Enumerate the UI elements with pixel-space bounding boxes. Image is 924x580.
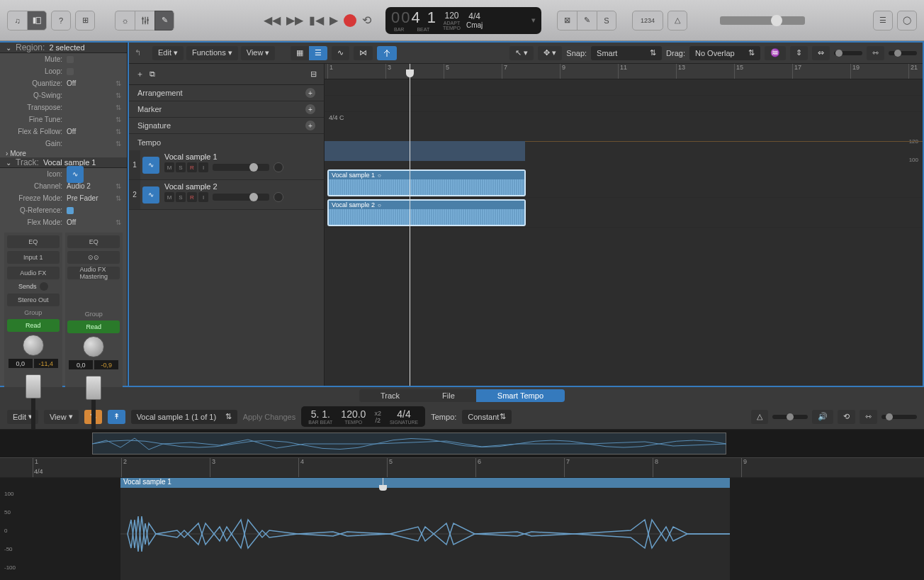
checkbox[interactable] bbox=[67, 56, 74, 63]
global-arrangement[interactable]: Arrangement+ bbox=[129, 85, 324, 101]
toolbar-button[interactable]: ⊞ bbox=[75, 11, 95, 30]
mixer-controls-button[interactable] bbox=[135, 11, 154, 30]
track-row-1[interactable]: Freeze Mode:Pre Fader⇅ bbox=[0, 192, 127, 204]
view-menu[interactable]: View ▾ bbox=[241, 46, 276, 60]
wave-region-header[interactable]: Vocal sample 1 bbox=[120, 478, 730, 488]
metronome-icon[interactable]: △ bbox=[751, 410, 768, 424]
eq-slot[interactable]: EQ bbox=[67, 235, 120, 248]
global-signature[interactable]: Signature+ bbox=[129, 118, 324, 134]
checkbox[interactable] bbox=[67, 207, 74, 214]
link-zoom-button[interactable]: ⇿ bbox=[867, 46, 884, 60]
forward-button[interactable]: ▶▶ bbox=[286, 13, 303, 27]
grid-view-button[interactable]: ▦ bbox=[291, 46, 309, 60]
functions-menu[interactable]: Functions ▾ bbox=[186, 46, 238, 60]
input-slot[interactable]: ⊙⊙ bbox=[67, 251, 120, 264]
track-row-2[interactable]: Q-Reference: bbox=[0, 204, 127, 216]
checkbox[interactable] bbox=[67, 68, 74, 75]
hzoom-slider[interactable] bbox=[889, 51, 917, 55]
track-volume[interactable] bbox=[213, 194, 269, 201]
region-row-1[interactable]: Loop: bbox=[0, 65, 127, 77]
overview[interactable] bbox=[0, 430, 924, 458]
mute-button[interactable]: M bbox=[164, 192, 174, 202]
master-volume-slider[interactable] bbox=[720, 16, 805, 25]
duplicate-track-button[interactable]: ⧉ bbox=[150, 69, 155, 79]
tab-smart-tempo[interactable]: Smart Tempo bbox=[476, 389, 565, 402]
automation-read[interactable]: Read bbox=[7, 319, 60, 332]
drag-select[interactable]: No Overlap⇅ bbox=[689, 46, 760, 60]
track-header-1[interactable]: 2∿Vocal sample 2MSRI bbox=[129, 180, 324, 210]
loop-icon[interactable]: ⟲ bbox=[838, 410, 855, 424]
automation-read[interactable]: Read bbox=[67, 320, 120, 333]
catch-button[interactable] bbox=[377, 46, 397, 60]
flex-button[interactable]: ⋈ bbox=[354, 46, 373, 60]
region-inspector-header[interactable]: ⌄ Region: 2 selected bbox=[0, 43, 127, 53]
mute-button[interactable]: M bbox=[164, 162, 174, 172]
alt-tool[interactable]: ✥ ▾ bbox=[538, 46, 562, 60]
tempo-mode-select[interactable]: Constant⇅ bbox=[462, 410, 512, 424]
preview-vol-slider[interactable] bbox=[772, 415, 808, 419]
solo-button[interactable]: S bbox=[176, 192, 186, 202]
bot-zoom-slider[interactable] bbox=[881, 415, 917, 419]
replace-button[interactable]: ⊠ bbox=[557, 11, 577, 30]
bottom-ruler[interactable]: 4/4 123456789 bbox=[0, 458, 924, 478]
apply-changes-button[interactable]: Apply Changes bbox=[243, 413, 296, 421]
snap-select[interactable]: Smart⇅ bbox=[591, 46, 662, 60]
add-icon[interactable]: + bbox=[305, 104, 315, 114]
edit-menu[interactable]: Edit ▾ bbox=[152, 46, 184, 60]
bot-mult[interactable]: x2 bbox=[374, 410, 381, 417]
cycle-button[interactable]: ⟲ bbox=[362, 13, 371, 27]
tab-file[interactable]: File bbox=[421, 389, 476, 402]
input-button[interactable]: I bbox=[198, 192, 208, 202]
region-row-4[interactable]: Transpose:⇅ bbox=[0, 101, 127, 113]
tempo-lane[interactable]: 120 100 bbox=[325, 121, 923, 168]
global-marker[interactable]: Marker+ bbox=[129, 101, 324, 118]
record-button[interactable] bbox=[344, 14, 356, 27]
stop-button[interactable]: ▮◀ bbox=[309, 13, 324, 27]
waveform-display[interactable] bbox=[120, 488, 730, 580]
input-slot[interactable]: Input 1 bbox=[7, 251, 60, 264]
track-row-0[interactable]: Channel:Audio 2⇅ bbox=[0, 180, 127, 192]
global-tempo[interactable]: Tempo bbox=[129, 134, 324, 150]
automation-button[interactable]: ∿ bbox=[332, 46, 349, 60]
notes-button[interactable]: ◯ bbox=[897, 11, 917, 30]
link-icon[interactable]: ⇿ bbox=[860, 410, 877, 424]
hzoom-button[interactable]: ⇔ bbox=[812, 46, 830, 60]
fx-slot[interactable]: Audio FX bbox=[7, 267, 60, 279]
waveform-editor[interactable]: Vocal sample 1 100500-50-100 bbox=[0, 478, 924, 580]
add-icon[interactable]: + bbox=[305, 121, 315, 130]
rec-button[interactable]: R bbox=[187, 162, 197, 172]
track-icon[interactable]: ∿ bbox=[142, 157, 159, 174]
count-in-button[interactable]: 1234 bbox=[632, 11, 663, 30]
bot-div[interactable]: /2 bbox=[374, 417, 381, 424]
library-button[interactable]: ♫ bbox=[7, 11, 27, 30]
track-inspector-header[interactable]: ⌄ Track: Vocal sample 1 bbox=[0, 157, 127, 168]
audio-region[interactable]: Vocal sample 2 ○ bbox=[327, 199, 526, 226]
track-icon[interactable]: ∿ bbox=[142, 186, 159, 203]
pointer-tool[interactable]: ↖ ▾ bbox=[509, 46, 534, 60]
lcd-display[interactable]: 004 1 BARBEAT 120 ADAPT TEMPO 4/4 Cmaj ▾ bbox=[385, 7, 541, 34]
metronome-button[interactable]: △ bbox=[667, 11, 687, 30]
tab-track[interactable]: Track bbox=[359, 389, 421, 402]
display-mode-button[interactable]: ☼ bbox=[115, 11, 135, 30]
bot-playhead-handle[interactable] bbox=[379, 485, 387, 491]
playhead[interactable] bbox=[410, 64, 410, 386]
speaker-icon[interactable]: 🔊 bbox=[812, 410, 833, 424]
solo-button[interactable]: S bbox=[597, 11, 616, 30]
region-row-7[interactable]: Gain:⇅ bbox=[0, 138, 127, 150]
global-tracks-button[interactable]: ⊟ bbox=[310, 69, 317, 79]
region-row-6[interactable]: Flex & Follow:Off⇅ bbox=[0, 126, 127, 138]
bottom-lcd[interactable]: 5. 1.BAR BEAT 120.0TEMPO x2/2 4/4SIGNATU… bbox=[301, 406, 425, 427]
vzoom-button[interactable]: ⇕ bbox=[790, 46, 808, 60]
arrangement-lane[interactable] bbox=[325, 79, 923, 96]
list-editors-button[interactable]: ☰ bbox=[873, 11, 893, 30]
track-lane-1[interactable]: Vocal sample 2 ○ bbox=[325, 198, 923, 228]
pan-knob[interactable] bbox=[83, 336, 104, 357]
solo-button[interactable]: S bbox=[176, 162, 186, 172]
marker-lane[interactable] bbox=[325, 96, 923, 112]
eq-slot[interactable]: EQ bbox=[7, 235, 60, 248]
track-volume[interactable] bbox=[213, 164, 269, 171]
region-row-0[interactable]: Mute: bbox=[0, 53, 127, 65]
autopunch-button[interactable]: ✎ bbox=[577, 11, 597, 30]
timeline-ruler[interactable]: 13579111315171921 bbox=[325, 64, 923, 79]
editor-button[interactable]: ✎ bbox=[154, 11, 174, 30]
